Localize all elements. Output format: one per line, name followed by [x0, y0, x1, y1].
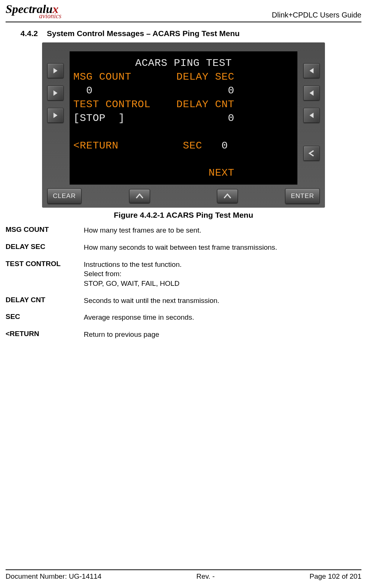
definition-term: MSG COUNT	[6, 226, 84, 234]
document-title: Dlink+CPDLC Users Guide	[272, 11, 361, 19]
lsk-l2-button[interactable]	[47, 86, 64, 100]
section-title: System Control Messages – ACARS Ping Tes…	[47, 29, 240, 38]
definitions-list: MSG COUNT How many test frames are to be…	[6, 226, 361, 339]
logo: Spectralux avionics	[6, 4, 61, 20]
definition-row: MSG COUNT How many test frames are to be…	[6, 226, 361, 235]
logo-x: x	[52, 2, 58, 16]
screen-row-labels-1: MSG COUNT DELAY SEC	[73, 70, 294, 84]
logo-text: Spectralu	[6, 2, 52, 16]
left-side-buttons	[47, 51, 64, 185]
screen-row-next: NEXT	[73, 166, 294, 180]
definition-desc: How many seconds to wait between test fr…	[84, 243, 277, 252]
definition-row: SEC Average response time in seconds.	[6, 313, 361, 322]
definition-desc: Return to previous page	[84, 330, 159, 339]
lsk-r3-button[interactable]	[303, 108, 320, 123]
clear-button[interactable]: CLEAR	[47, 188, 82, 204]
up-arrow-right-button[interactable]	[217, 189, 238, 203]
screen-row-blank	[73, 125, 294, 139]
lsk-r1-button[interactable]	[303, 63, 320, 78]
footer-page: Page 102 of 201	[310, 572, 361, 581]
definition-row: DELAY CNT Seconds to wait until the next…	[6, 296, 361, 306]
definition-term: SEC	[6, 313, 84, 321]
screen-row-labels-2: TEST CONTROL DELAY CNT	[73, 98, 294, 112]
definition-term: <RETURN	[6, 330, 84, 338]
footer-rev: Rev. -	[196, 572, 214, 581]
right-side-buttons	[303, 51, 320, 185]
screen-title: ACARS PING TEST	[73, 57, 294, 70]
definition-desc: Seconds to wait until the next transmiss…	[84, 296, 219, 306]
definition-desc: Instructions to the test function. Selec…	[84, 260, 182, 288]
definition-term: DELAY SEC	[6, 243, 84, 251]
section-number: 4.4.2	[20, 29, 38, 38]
device-bottom-row: CLEAR ENTER	[47, 188, 320, 204]
definition-term: DELAY CNT	[6, 296, 84, 304]
definition-term: TEST CONTROL	[6, 260, 84, 268]
lsk-r4-button[interactable]	[303, 146, 320, 161]
lsk-l1-button[interactable]	[47, 63, 64, 78]
footer-docnum: Document Number: UG-14114	[6, 572, 102, 581]
up-arrow-left-button[interactable]	[129, 189, 150, 203]
definition-desc: Average response time in seconds.	[84, 313, 194, 322]
device-figure: ACARS PING TEST MSG COUNT DELAY SEC 0 0 …	[6, 42, 361, 208]
device-panel: ACARS PING TEST MSG COUNT DELAY SEC 0 0 …	[42, 42, 325, 208]
device-screen: ACARS PING TEST MSG COUNT DELAY SEC 0 0 …	[70, 51, 297, 185]
enter-button[interactable]: ENTER	[285, 188, 320, 204]
definition-row: TEST CONTROL Instructions to the test fu…	[6, 260, 361, 288]
screen-row-values-1: 0 0	[73, 84, 294, 98]
definition-desc: How many test frames are to be sent.	[84, 226, 201, 235]
page-header: Spectralux avionics Dlink+CPDLC Users Gu…	[6, 4, 361, 22]
lsk-r2-button[interactable]	[303, 86, 320, 100]
definition-row: <RETURN Return to previous page	[6, 330, 361, 339]
screen-row-blank2	[73, 153, 294, 166]
screen-row-return: <RETURN SEC 0	[73, 139, 294, 153]
screen-row-values-2: [STOP ] 0	[73, 112, 294, 125]
section-heading: 4.4.2System Control Messages – ACARS Pin…	[20, 29, 361, 38]
lsk-l3-button[interactable]	[47, 108, 64, 123]
page-footer: Document Number: UG-14114 Rev. - Page 10…	[6, 569, 361, 581]
definition-row: DELAY SEC How many seconds to wait betwe…	[6, 243, 361, 252]
figure-caption: Figure 4.4.2-1 ACARS Ping Test Menu	[6, 211, 361, 220]
